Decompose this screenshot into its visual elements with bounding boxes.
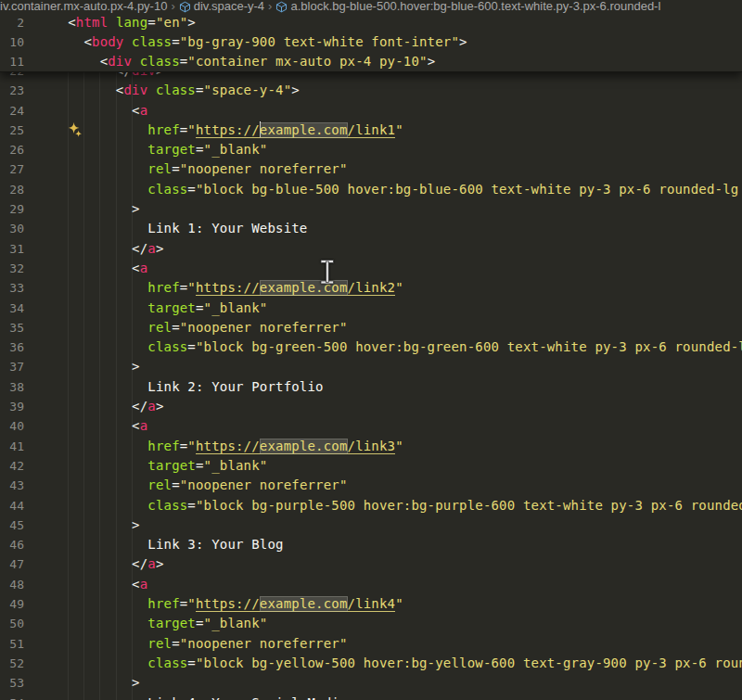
code-text: class="block bg-purple-500 hover:bg-purp… bbox=[52, 498, 742, 513]
code-line[interactable]: 29 > bbox=[0, 199, 742, 219]
line-number: 44 bbox=[0, 496, 24, 515]
code-token: href bbox=[147, 439, 179, 453]
code-token: "_blank" bbox=[204, 458, 268, 473]
code-line[interactable]: 50 target="_blank" bbox=[0, 614, 742, 633]
code-line[interactable]: 42 target="_blank" bbox=[0, 456, 742, 476]
code-text: rel="noopener noreferrer" bbox=[52, 636, 348, 651]
code-token bbox=[52, 161, 147, 176]
code-token: = bbox=[187, 655, 196, 670]
editor-code-area[interactable]: 22 </div>23 <div class="space-y-4">24 <a… bbox=[0, 61, 742, 700]
code-line[interactable]: 47 </a> bbox=[0, 554, 742, 574]
code-token: > bbox=[156, 556, 164, 571]
code-token bbox=[52, 616, 147, 630]
code-token bbox=[52, 458, 147, 473]
breadcrumb-item[interactable]: a.block.bg-blue-500.hover:bg-blue-600.te… bbox=[275, 0, 660, 13]
code-token: > bbox=[52, 517, 140, 532]
symbol-cube-icon bbox=[179, 1, 191, 13]
code-text: </a> bbox=[52, 556, 164, 571]
code-token: < bbox=[52, 577, 140, 592]
code-line[interactable]: 36 class="block bg-green-500 hover:bg-gr… bbox=[0, 337, 742, 357]
code-line[interactable]: 25 href="https://example.com/link1" bbox=[0, 121, 742, 140]
code-token: "block bg-green-500 hover:bg-green-600 t… bbox=[196, 339, 742, 354]
code-line[interactable]: 31 </a> bbox=[0, 239, 742, 259]
code-text: Link 2: Your Portfolio bbox=[52, 379, 324, 394]
code-line[interactable]: 11 <div class="container mx-auto px-4 py… bbox=[0, 52, 742, 71]
code-token: = bbox=[187, 498, 196, 513]
code-token: </ bbox=[52, 556, 147, 571]
breadcrumb-item[interactable]: iv.container.mx-auto.px-4.py-10 bbox=[0, 0, 167, 13]
code-token: < bbox=[52, 34, 92, 49]
code-text: class="block bg-blue-500 hover:bg-blue-6… bbox=[52, 182, 738, 197]
code-text: Link 3: Your Blog bbox=[52, 537, 284, 552]
code-token: " bbox=[187, 280, 196, 295]
code-token: a bbox=[140, 577, 148, 592]
code-token: " bbox=[395, 439, 403, 453]
code-text: Link 4: Your Social Media bbox=[52, 695, 348, 700]
code-line[interactable]: 53 > bbox=[0, 673, 742, 693]
code-text: rel="noopener noreferrer" bbox=[52, 477, 348, 492]
code-line[interactable]: 2 <html lang="en"> bbox=[0, 13, 742, 32]
line-number: 33 bbox=[0, 278, 24, 298]
code-token: rel bbox=[147, 320, 172, 335]
sticky-scroll[interactable]: 2 <html lang="en">10 <body class="bg-gra… bbox=[0, 13, 742, 73]
code-line[interactable]: 26 target="_blank" bbox=[0, 140, 742, 159]
code-line[interactable]: 27 rel="noopener noreferrer" bbox=[0, 159, 742, 179]
line-number: 52 bbox=[0, 654, 24, 673]
code-line[interactable]: 52 class="block bg-yellow-500 hover:bg-y… bbox=[0, 654, 742, 673]
code-line[interactable]: 44 class="block bg-purple-500 hover:bg-p… bbox=[0, 496, 742, 515]
code-text: <a bbox=[52, 261, 147, 275]
code-line[interactable]: 30 Link 1: Your Website bbox=[0, 219, 742, 238]
code-text: target="_blank" bbox=[52, 300, 267, 315]
code-line[interactable]: 38 Link 2: Your Portfolio bbox=[0, 377, 742, 397]
code-token: > bbox=[187, 15, 196, 30]
code-text: href="https://example.com/link1" bbox=[52, 122, 403, 137]
code-token: target bbox=[147, 300, 196, 315]
code-line[interactable]: 48 <a bbox=[0, 575, 742, 594]
code-line[interactable]: 23 <div class="space-y-4"> bbox=[0, 81, 742, 100]
code-line[interactable]: 34 target="_blank" bbox=[0, 299, 742, 318]
code-text: <a bbox=[52, 577, 147, 592]
code-token: < bbox=[52, 54, 108, 69]
code-token: > bbox=[52, 675, 140, 690]
line-number: 25 bbox=[0, 121, 24, 140]
code-line[interactable]: 43 rel="noopener noreferrer" bbox=[0, 476, 742, 495]
code-token: > bbox=[156, 241, 164, 256]
code-token: href bbox=[147, 596, 179, 611]
code-line[interactable]: 45 > bbox=[0, 515, 742, 535]
code-token: class bbox=[147, 182, 187, 197]
copilot-sparkle-icon[interactable] bbox=[66, 121, 83, 139]
code-line[interactable]: 37 > bbox=[0, 357, 742, 376]
breadcrumb-separator: › bbox=[171, 0, 174, 13]
code-line[interactable]: 41 href="https://example.com/link3" bbox=[0, 437, 742, 456]
code-line[interactable]: 54 Link 4: Your Social Media bbox=[0, 694, 742, 700]
code-token: < bbox=[52, 418, 140, 433]
code-token: /link4 bbox=[348, 596, 396, 612]
code-line[interactable]: 51 rel="noopener noreferrer" bbox=[0, 634, 742, 654]
code-line[interactable]: 49 href="https://example.com/link4" bbox=[0, 594, 742, 614]
line-number: 51 bbox=[0, 634, 24, 654]
code-token: "en" bbox=[156, 15, 187, 30]
code-text: <a bbox=[52, 103, 147, 118]
code-line[interactable]: 46 Link 3: Your Blog bbox=[0, 535, 742, 554]
line-number: 28 bbox=[0, 180, 24, 199]
code-token: Link 2: Your Portfolio bbox=[52, 379, 324, 394]
code-token: /link3 bbox=[348, 439, 396, 454]
breadcrumb-item[interactable]: div.space-y-4 bbox=[179, 0, 264, 13]
code-text: <a bbox=[52, 418, 147, 433]
code-token: "noopener noreferrer" bbox=[180, 320, 348, 335]
code-line[interactable]: 24 <a bbox=[0, 101, 742, 121]
code-token: "_blank" bbox=[204, 142, 268, 157]
code-token: = bbox=[187, 182, 196, 197]
code-text: > bbox=[52, 359, 140, 374]
line-number: 46 bbox=[0, 535, 24, 554]
code-token bbox=[52, 636, 147, 651]
code-line[interactable]: 39 </a> bbox=[0, 397, 742, 416]
code-token: "block bg-blue-500 hover:bg-blue-600 tex… bbox=[196, 182, 738, 197]
code-line[interactable]: 40 <a bbox=[0, 416, 742, 436]
code-line[interactable]: 32 <a bbox=[0, 259, 742, 278]
code-line[interactable]: 10 <body class="bg-gray-900 text-white f… bbox=[0, 32, 742, 52]
code-token: lang bbox=[116, 15, 147, 30]
code-line[interactable]: 33 href="https://example.com/link2" bbox=[0, 278, 742, 298]
code-line[interactable]: 28 class="block bg-blue-500 hover:bg-blu… bbox=[0, 180, 742, 199]
code-line[interactable]: 35 rel="noopener noreferrer" bbox=[0, 318, 742, 337]
